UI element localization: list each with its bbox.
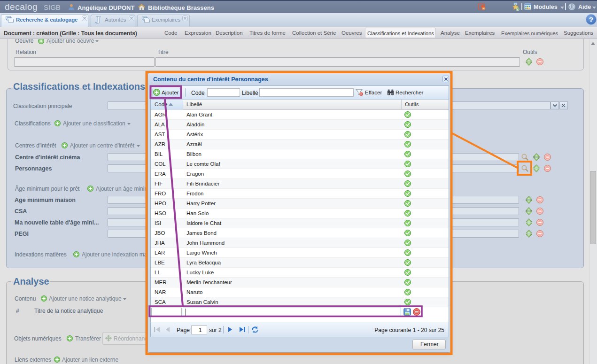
svg-text:?: ? — [589, 15, 593, 23]
